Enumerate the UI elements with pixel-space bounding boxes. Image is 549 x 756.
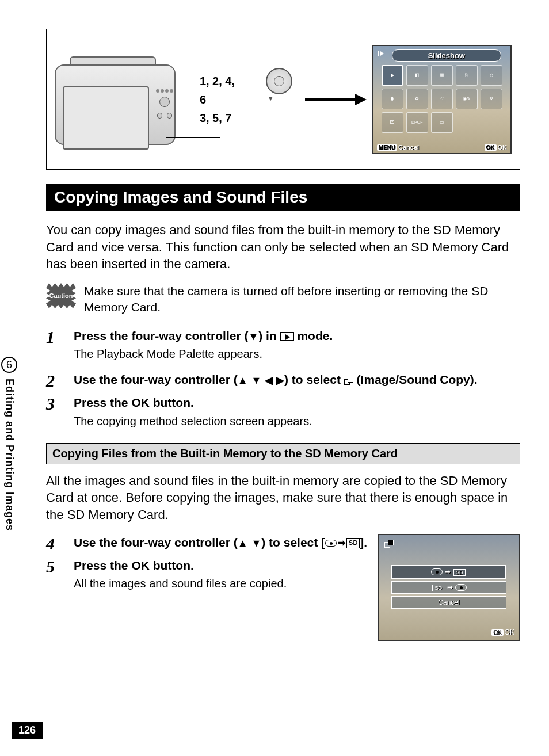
palette-item: ◧ bbox=[406, 65, 428, 86]
left-triangle-icon: ◀ bbox=[265, 375, 273, 386]
palette-item: ▶ bbox=[382, 65, 403, 86]
step-description: The copying method selection screen appe… bbox=[74, 414, 520, 429]
palette-item: ⎘ bbox=[456, 65, 478, 86]
step-number: 4 bbox=[46, 534, 63, 553]
figure-panel: 1, 2, 4, 6 3, 5, 7 ▼ Slideshow ▶ ◧ ▦ ⎘ ◇… bbox=[46, 29, 520, 170]
step-description: The Playback Mode Palette appears. bbox=[74, 346, 520, 362]
palette-item: ✿ bbox=[406, 89, 428, 109]
ok-button-label: OK bbox=[131, 396, 150, 409]
arrow-right-icon bbox=[305, 96, 366, 104]
copy-screen-icon bbox=[384, 540, 394, 548]
lcd-palette-screen: Slideshow ▶ ◧ ▦ ⎘ ◇ ⬮ ✿ ♡ ◉✎ 🎙 ⚿ DPOF ▭ … bbox=[372, 45, 512, 154]
palette-item: ▭ bbox=[431, 112, 453, 133]
controller-dial-icon bbox=[266, 68, 292, 94]
copy-option-to-internal: SD ➡ bbox=[391, 581, 506, 594]
palette-item: DPOF bbox=[406, 112, 428, 133]
intro-paragraph: You can copy images and sound files from… bbox=[46, 222, 520, 273]
ok-ok-label: OKOK bbox=[491, 628, 514, 636]
subsection-paragraph: All the images and sound files in the bu… bbox=[46, 472, 520, 524]
step-1: 1 Press the four-way controller (▼) in m… bbox=[46, 327, 520, 368]
ok-button-label: OK bbox=[131, 559, 150, 572]
step-2: 2 Use the four-way controller (▲ ▼ ◀ ▶) … bbox=[46, 371, 520, 391]
palette-item: 🎙 bbox=[481, 89, 502, 109]
caution-icon: Caution bbox=[46, 283, 76, 308]
arrow-right-icon: ➡ bbox=[338, 537, 345, 549]
subsection-title: Copying Files from the Built-in Memory t… bbox=[46, 443, 520, 464]
step-heading: Use the four-way controller (▲ ▼ ◀ ▶) to… bbox=[74, 371, 520, 388]
step-heading: Use the four-way controller (▲ ▼) to sel… bbox=[74, 534, 368, 551]
page-number: 126 bbox=[12, 722, 43, 739]
step-heading: Press the OK button. bbox=[74, 557, 368, 574]
palette-item: ◉✎ bbox=[456, 89, 478, 109]
step-5: 5 Press the OK button. All the images an… bbox=[46, 557, 368, 597]
playback-mode-icon bbox=[378, 51, 386, 56]
caution-block: Caution Make sure that the camera is tur… bbox=[46, 283, 520, 316]
down-triangle-icon: ▼ bbox=[251, 537, 261, 549]
step-3: 3 Press the OK button. The copying metho… bbox=[46, 394, 520, 434]
section-title: Copying Images and Sound Files bbox=[46, 184, 520, 211]
caution-text: Make sure that the camera is turned off … bbox=[84, 283, 520, 316]
palette-item: ⬮ bbox=[382, 89, 403, 109]
internal-memory-icon bbox=[325, 540, 337, 547]
right-triangle-icon: ▶ bbox=[276, 375, 284, 386]
playback-mode-icon bbox=[280, 332, 294, 341]
ok-ok-label: OKOK bbox=[485, 144, 508, 151]
step-number: 3 bbox=[46, 394, 63, 434]
palette-item: ◇ bbox=[481, 65, 502, 86]
camera-illustration bbox=[55, 51, 194, 148]
image-sound-copy-icon bbox=[344, 377, 353, 385]
palette-grid: ▶ ◧ ▦ ⎘ ◇ ⬮ ✿ ♡ ◉✎ 🎙 ⚿ DPOF ▭ bbox=[382, 65, 502, 133]
copy-option-to-sd: ➡ SD bbox=[391, 565, 506, 579]
palette-item: ▦ bbox=[431, 65, 453, 86]
step-heading: Press the OK button. bbox=[74, 394, 520, 411]
menu-cancel-label: MENUCancel bbox=[377, 144, 420, 151]
label-top: 1, 2, 4, 6 bbox=[200, 72, 243, 109]
step-number: 5 bbox=[46, 557, 63, 597]
up-triangle-icon: ▲ bbox=[238, 375, 248, 386]
lcd-title: Slideshow bbox=[392, 49, 501, 62]
label-bottom: 3, 5, 7 bbox=[200, 109, 243, 127]
sd-card-icon: SD bbox=[346, 538, 360, 548]
palette-item: ♡ bbox=[431, 89, 453, 109]
palette-item: ⚿ bbox=[382, 112, 403, 133]
step-number: 2 bbox=[46, 371, 63, 391]
figure-step-numbers: 1, 2, 4, 6 3, 5, 7 bbox=[200, 72, 243, 127]
step-number: 1 bbox=[46, 327, 63, 368]
step-heading: Press the four-way controller (▼) in mod… bbox=[74, 327, 520, 344]
step-4: 4 Use the four-way controller (▲ ▼) to s… bbox=[46, 534, 368, 553]
up-triangle-icon: ▲ bbox=[238, 537, 248, 549]
step-description: All the images and sound files are copie… bbox=[74, 576, 368, 591]
down-triangle-icon: ▼ bbox=[248, 331, 258, 342]
copy-option-cancel: Cancel bbox=[391, 596, 506, 609]
lcd-copy-screen: ➡ SD SD ➡ Cancel OKOK bbox=[378, 534, 520, 641]
down-triangle-icon: ▼ bbox=[251, 375, 261, 386]
